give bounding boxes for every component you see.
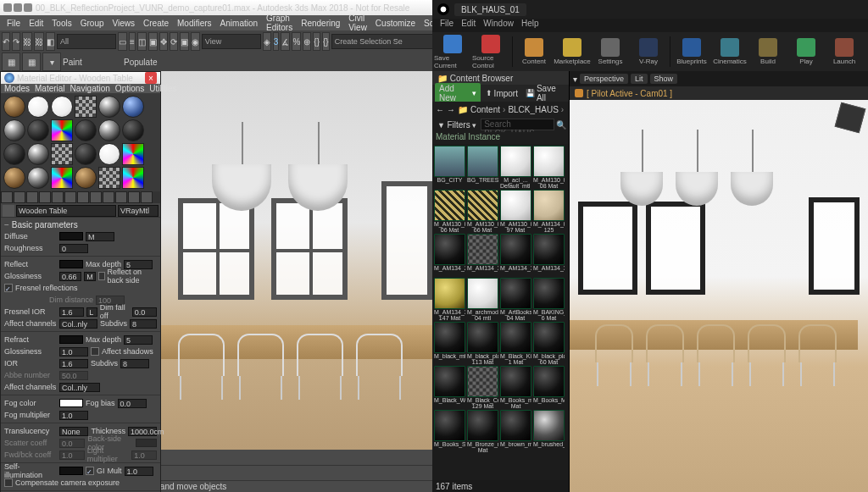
named-sel-2-button[interactable]: {} (322, 32, 330, 51)
asset-item[interactable]: BG_TREES (467, 146, 498, 188)
go-sibling-button[interactable] (141, 191, 153, 203)
viewport-toolbar[interactable]: ▾ Perspective Lit Show (570, 71, 868, 86)
glossiness-spinner[interactable]: 0.66 (59, 272, 81, 281)
asset-item[interactable]: M_brown_mtl_mtl_brdf_75_Mat (500, 410, 531, 452)
scatter-spinner[interactable]: 0.0 (59, 439, 85, 448)
material-slot[interactable] (3, 167, 25, 189)
add-new-button[interactable]: Add New ▾ (435, 83, 481, 103)
asset-item[interactable]: M_black_plastic_mtl_brdf 60 Mat (533, 322, 565, 364)
asset-item[interactable]: M_black_mtl_brdf_45_Mat (434, 322, 465, 364)
menu-edit[interactable]: Edit (25, 19, 47, 28)
asset-grid[interactable]: BG_CITYBG_TREESM_acl_... Default_mtl_brd… (432, 144, 569, 480)
select-region-button[interactable]: ◫ (137, 32, 147, 51)
ribbon-poly-button[interactable]: ▦ (2, 53, 20, 71)
launch-button[interactable]: Launch (826, 33, 863, 70)
menu-tools[interactable]: Tools (48, 19, 75, 28)
material-slot[interactable] (3, 96, 25, 118)
fogbias-spinner[interactable]: 0.0 (118, 399, 147, 408)
path-root[interactable]: Content (470, 105, 500, 114)
selection-filter-dropdown[interactable]: All (57, 34, 116, 49)
content-button[interactable]: Content (515, 33, 553, 70)
placement-button[interactable]: ◉ (191, 32, 200, 51)
asset-item[interactable]: M_Bronze_mtl_brdf_40 Mat (467, 410, 498, 452)
asset-item[interactable]: M_Black_Wood_mtl_brdf_14_Mat (434, 366, 465, 408)
unreal-titlebar[interactable]: BLK_HAUS_01 (432, 0, 868, 19)
menu-animation[interactable]: Animation (217, 19, 261, 28)
level-tab[interactable]: BLK_HAUS_01 (454, 3, 526, 16)
close-button[interactable]: × (145, 72, 157, 84)
path-folder[interactable]: BLCK_HAUS (508, 105, 558, 114)
asset-item[interactable]: M_Black_Kitchen_mtl_brdf 1 Mat (500, 322, 531, 364)
material-slot[interactable] (98, 96, 120, 118)
forward-button[interactable]: → (447, 105, 455, 114)
affect-channels-dropdown[interactable]: Col..nly (59, 319, 97, 329)
fresnel-ior-spinner[interactable]: 1.6 (59, 307, 84, 317)
reset-button[interactable] (39, 191, 51, 203)
unreal-toolbar[interactable]: Save CurrentSource ControlContentMarketp… (432, 32, 868, 71)
menu-customize[interactable]: Customize (372, 19, 419, 28)
ribbon-populate-label[interactable]: Populate (124, 58, 183, 67)
roughness-spinner[interactable]: 0 (59, 244, 88, 253)
asset-item[interactable]: M_Books_Small_Shelf_Mat (434, 410, 465, 452)
search-icon[interactable]: 🔍 (556, 120, 566, 130)
ribbon-paint-label[interactable]: Paint (63, 58, 122, 67)
asset-item[interactable]: M_Books_mtl_brdf_102 Mat (500, 366, 531, 408)
mat-menu-options[interactable]: Options (115, 84, 144, 93)
snap-spinner-button[interactable]: ⊕ (303, 32, 311, 51)
menu-create[interactable]: Create (140, 19, 172, 28)
material-slot[interactable] (98, 167, 120, 189)
window-crossing-button[interactable]: ▣ (148, 32, 158, 51)
asset-item[interactable]: M_archmodels102_005 04 mtl (467, 278, 498, 320)
ior-spinner[interactable]: 1.6 (59, 359, 88, 368)
asset-item[interactable]: M_AM130_035_001_mtl_brdf 08 Mat (533, 146, 565, 188)
gi-checkbox[interactable] (86, 467, 94, 475)
asset-item[interactable]: M_AM134_24_shoe_01_mtl_brdf_Mat (434, 234, 465, 276)
unreal-menubar[interactable]: FileEditWindowHelp (432, 19, 868, 32)
3dsmax-main-toolbar[interactable]: ↶ ↷ ⛓ ⛓ ◧ All ▭ ≡ ◫ ▣ ✥ ⟳ ▣ ◉ View ◈ 3 ∡… (0, 30, 432, 53)
material-slot[interactable] (75, 96, 97, 118)
material-slot[interactable] (98, 143, 120, 165)
menu-modifiers[interactable]: Modifiers (174, 19, 215, 28)
material-slot[interactable] (27, 96, 49, 118)
material-slot[interactable] (75, 167, 97, 189)
show-end-button[interactable] (115, 191, 127, 203)
material-editor-toolstrip[interactable] (1, 191, 160, 203)
asset-item[interactable]: M_black_plastic_mtl_brdf 113 Mat (467, 322, 498, 364)
refract-maxdepth-spinner[interactable]: 5 (124, 335, 153, 345)
asset-item[interactable]: M_BAKING_Normals_mtl_brdf 6 Mat (533, 278, 565, 320)
dimdist-spinner[interactable]: 100 (96, 296, 125, 305)
fogcolor-swatch[interactable] (59, 399, 83, 407)
save-button[interactable]: Save Current (434, 33, 471, 70)
material-slot[interactable] (3, 119, 25, 141)
snap-angle-button[interactable]: ∡ (281, 32, 290, 51)
asset-item[interactable]: M_AM134_06_paper_bag_mtl_brdf 125 (533, 190, 565, 232)
asset-item[interactable]: M_AM130_035_007_mtl_brdf 97 Mat (500, 190, 531, 232)
material-slot[interactable] (27, 143, 49, 165)
material-slot[interactable] (27, 167, 49, 189)
make-copy-button[interactable] (52, 191, 64, 203)
asset-item[interactable]: M_AM130_035_003_mtl_brdf 06 Mat (434, 190, 465, 232)
affect-shadows-checkbox[interactable] (91, 347, 99, 356)
translucency-type-dropdown[interactable]: None (59, 427, 88, 436)
material-type-button[interactable]: VRayMtl (118, 205, 159, 217)
menu-civilview[interactable]: Civil View (345, 14, 370, 32)
ue-menu-help[interactable]: Help (519, 19, 542, 32)
compensate-checkbox[interactable] (4, 478, 13, 487)
save-all-button[interactable]: 💾 Save All (523, 84, 566, 102)
material-name-dropdown[interactable]: Wooden Table (16, 205, 116, 217)
pilot-active-bar[interactable]: [ Pilot Active - Cam01 ] (570, 86, 868, 100)
viewport-options-button[interactable]: ▾ (573, 75, 577, 84)
material-id-button[interactable] (90, 191, 102, 203)
mat-menu-material[interactable]: Material (35, 84, 65, 93)
named-selection-dropdown[interactable]: Create Selection Se (331, 34, 433, 49)
refract-affect-dropdown[interactable]: Col..nly (59, 383, 100, 392)
get-material-button[interactable] (1, 191, 13, 203)
asset-item[interactable]: M_Black_Ceramic_mtl_brdf 129 Mat (467, 366, 498, 408)
mat-menu-utilities[interactable]: Utilities (149, 84, 176, 93)
viewmode-lit[interactable]: Lit (631, 74, 648, 84)
mult-spinner[interactable]: 1.0 (125, 467, 153, 476)
asset-item[interactable]: M_AM134_36_sticker_mtl_brdf 147 Mat (434, 278, 465, 320)
move-button[interactable]: ✥ (159, 32, 168, 51)
rotate-button[interactable]: ⟳ (170, 32, 178, 51)
reflect-color-swatch[interactable] (59, 260, 83, 268)
